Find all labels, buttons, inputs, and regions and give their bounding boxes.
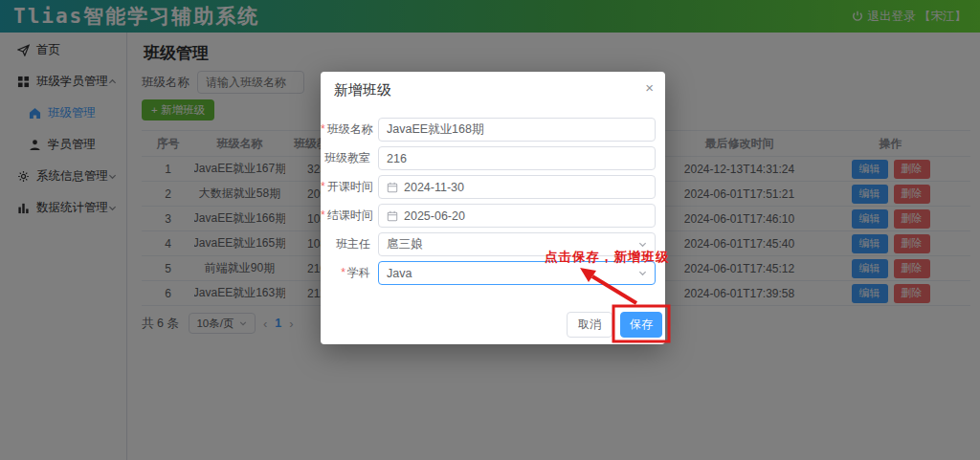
cancel-button[interactable]: 取消 bbox=[567, 312, 612, 338]
form-row-classroom: 班级教室 bbox=[321, 146, 656, 170]
classroom-input[interactable] bbox=[387, 152, 647, 165]
field-label: 班主任 bbox=[321, 236, 370, 252]
app-root: Tlias智能学习辅助系统 退出登录 【宋江】 首页 班级学员管理 bbox=[0, 0, 980, 460]
start-date-picker[interactable]: 2024-11-30 bbox=[378, 175, 656, 199]
start-date-value: 2024-11-30 bbox=[404, 181, 647, 194]
dialog-form: *班级名称 班级教室 *开课时间 2024-11-30 bbox=[321, 118, 656, 290]
end-date-picker[interactable]: 2025-06-20 bbox=[378, 204, 656, 228]
close-icon[interactable]: × bbox=[645, 79, 654, 96]
chevron-down-icon bbox=[638, 240, 647, 249]
subject-select[interactable]: Java bbox=[378, 261, 656, 285]
calendar-icon bbox=[387, 182, 398, 193]
head-teacher-value: 扈三娘 bbox=[387, 236, 633, 252]
subject-value: Java bbox=[387, 267, 633, 280]
classroom-input-wrap bbox=[378, 146, 656, 170]
form-row-end-date: *结课时间 2025-06-20 bbox=[321, 204, 656, 228]
required-asterisk: * bbox=[341, 266, 345, 279]
field-label: *结课时间 bbox=[321, 208, 370, 224]
required-asterisk: * bbox=[321, 180, 325, 193]
field-label: *班级名称 bbox=[321, 121, 370, 138]
required-asterisk: * bbox=[321, 122, 325, 136]
form-row-start-date: *开课时间 2024-11-30 bbox=[321, 175, 656, 199]
form-row-head-teacher: 班主任 扈三娘 bbox=[321, 232, 656, 256]
required-asterisk: * bbox=[321, 208, 325, 222]
field-label: *开课时间 bbox=[321, 179, 370, 195]
chevron-down-icon bbox=[638, 269, 647, 277]
add-class-dialog: 新增班级 × *班级名称 班级教室 *开课时间 bbox=[321, 72, 665, 344]
save-button[interactable]: 保存 bbox=[620, 312, 662, 338]
form-row-subject: *学科 Java bbox=[321, 261, 656, 285]
class-name-input[interactable] bbox=[387, 123, 647, 137]
dialog-title: 新增班级 bbox=[334, 81, 391, 99]
end-date-value: 2025-06-20 bbox=[404, 209, 647, 223]
form-row-class-name: *班级名称 bbox=[321, 118, 656, 142]
field-label: 班级教室 bbox=[321, 150, 370, 166]
head-teacher-select[interactable]: 扈三娘 bbox=[378, 232, 656, 256]
class-name-input-wrap bbox=[378, 118, 656, 142]
field-label: *学科 bbox=[321, 265, 370, 281]
calendar-icon bbox=[387, 210, 398, 222]
